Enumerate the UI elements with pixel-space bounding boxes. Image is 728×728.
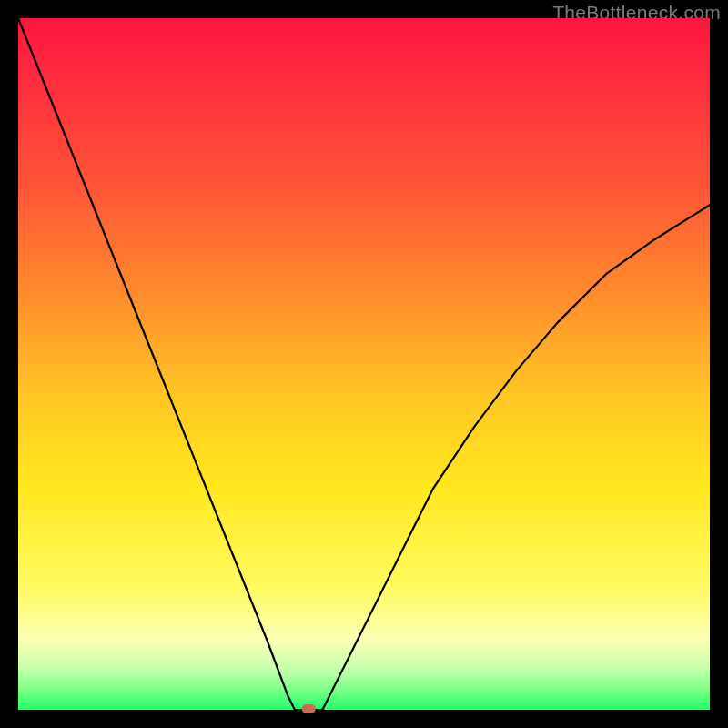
chart-frame: TheBottleneck.com xyxy=(0,0,728,728)
chart-svg xyxy=(18,18,710,710)
bottleneck-curve xyxy=(18,18,710,710)
optimum-marker xyxy=(302,704,316,713)
plot-area xyxy=(18,18,710,710)
